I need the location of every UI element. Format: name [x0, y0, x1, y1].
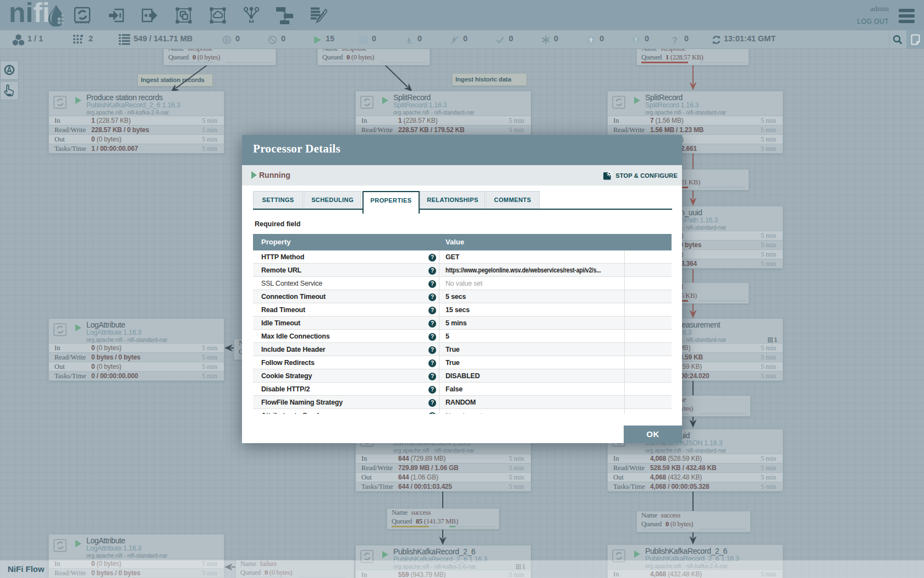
- svg-text:?: ?: [672, 35, 678, 45]
